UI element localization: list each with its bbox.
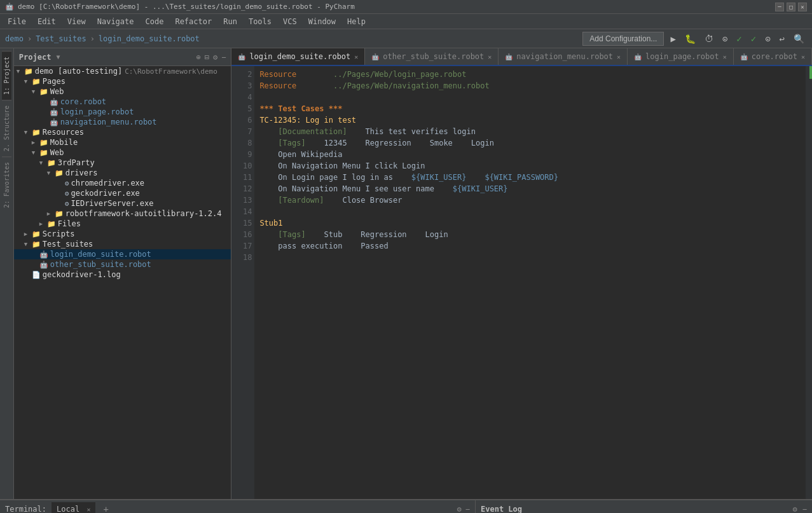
tree-iedriver[interactable]: ▶ ⚙ IEDriverServer.exe (14, 198, 231, 209)
event-log-panel: Event Log ⚙ − ☑ 2/9/2021 11:01 PM PyChar… (475, 500, 812, 513)
coverage-button[interactable]: ⊙ (720, 32, 730, 45)
resources-folder-icon: 📁 (32, 128, 41, 137)
terminal-tab-close[interactable]: ✕ (86, 506, 90, 513)
tab-close-1[interactable]: ✕ (354, 53, 358, 60)
breadcrumb-test-suites[interactable]: Test_suites (36, 34, 86, 43)
iedriver-icon: ⚙ (65, 200, 69, 208)
scripts-folder-icon: 📁 (32, 230, 41, 238)
menu-edit[interactable]: Edit (32, 15, 61, 28)
menu-tools[interactable]: Tools (244, 15, 277, 28)
login-demo-suite-icon: 🤖 (39, 250, 48, 259)
git-checkmark-icon[interactable]: ✓ (734, 32, 744, 45)
menu-code[interactable]: Code (141, 15, 169, 28)
window-title: demo [C:\RobotFramework\demo] - ...\Test… (18, 3, 355, 11)
event-log-settings-icon[interactable]: ⚙ (793, 505, 797, 514)
tree-nav-menu-robot[interactable]: ▶ 🤖 navigation_menu.robot (14, 117, 231, 127)
terminal-settings-icon[interactable]: ⚙ (457, 505, 462, 514)
menu-view[interactable]: View (62, 15, 91, 28)
menu-navigate[interactable]: Navigate (92, 15, 139, 28)
menu-window[interactable]: Window (303, 15, 341, 28)
tree-geckodriver[interactable]: ▶ ⚙ geckodriver.exe (14, 188, 231, 198)
add-configuration-button[interactable]: Add Configuration... (582, 32, 664, 46)
tree-autoitlibrary[interactable]: ▶ 📁 robotframework-autoitlibrary-1.2.4 (14, 209, 231, 219)
3rdparty-folder-icon: 📁 (47, 159, 56, 167)
close-button[interactable]: ✕ (798, 3, 807, 11)
tree-files[interactable]: ▶ 📁 Files (14, 219, 231, 229)
breadcrumb-file[interactable]: login_demo_suite.robot (99, 34, 200, 43)
editor-area: 🤖 login_demo_suite.robot ✕ 🤖 other_stub_… (231, 48, 812, 499)
terminal-panel: Terminal: Local ✕ + ⚙ − ================… (0, 500, 475, 513)
tree-resources[interactable]: ▼ 📁 Resources (14, 127, 231, 137)
terminal-minimize-icon[interactable]: − (465, 505, 470, 514)
git-checkmark2-icon[interactable]: ✓ (748, 32, 759, 45)
tab-close-4[interactable]: ✕ (723, 53, 727, 60)
event-log-minimize-icon[interactable]: − (802, 505, 807, 514)
tree-chromedriver[interactable]: ▶ ⚙ chromedriver.exe (14, 178, 231, 188)
menu-run[interactable]: Run (218, 15, 242, 28)
sidebar-collapse-icon[interactable]: − (221, 53, 226, 62)
search-button[interactable]: 🔍 (791, 32, 807, 45)
nav-menu-robot-icon: 🤖 (50, 118, 58, 127)
sidebar-layout-icon[interactable]: ⊟ (205, 53, 209, 62)
tree-login-page-robot[interactable]: ▶ 🤖 login_page.robot (14, 107, 231, 117)
tree-resources-web[interactable]: ▼ 📁 Web (14, 147, 231, 158)
tree-drivers[interactable]: ▼ 📁 drivers (14, 168, 231, 178)
undo-button[interactable]: ↩ (777, 32, 787, 45)
tree-other-stub-suite[interactable]: ▶ 🤖 other_stub_suite.robot (14, 259, 231, 270)
breadcrumb-demo[interactable]: demo (5, 34, 24, 43)
tree-test-suites[interactable]: ▼ 📁 Test_suites (14, 239, 231, 249)
sidebar-add-icon[interactable]: ⊕ (196, 53, 200, 62)
menu-vcs[interactable]: VCS (278, 15, 302, 28)
bottom-panel: Terminal: Local ✕ + ⚙ − ================… (0, 499, 812, 513)
right-gutter (806, 66, 812, 499)
git-history-icon[interactable]: ⊙ (762, 32, 773, 45)
structure-tab[interactable]: 2. Structure (2, 100, 11, 156)
geckodriver-log-icon: 📄 (32, 271, 41, 279)
run-button[interactable]: ▶ (668, 32, 678, 45)
sidebar-dropdown-icon[interactable]: ▼ (56, 53, 60, 60)
other-stub-suite-icon: 🤖 (39, 261, 48, 269)
tab-login-page[interactable]: 🤖 login_page.robot ✕ (628, 48, 734, 65)
right-gutter-indicator (809, 66, 812, 79)
tree-root[interactable]: ▼ 📁 demo [auto-testing] C:\RobotFramewor… (14, 66, 231, 76)
tree-scripts[interactable]: ▶ 📁 Scripts (14, 229, 231, 239)
tree-core-robot[interactable]: ▶ 🤖 core.robot (14, 97, 231, 107)
menu-file[interactable]: File (3, 15, 31, 28)
tree-mobile[interactable]: ▶ 📁 Mobile (14, 137, 231, 147)
tab-navigation-menu[interactable]: 🤖 navigation_menu.robot ✕ (499, 48, 628, 65)
tab-login-demo-suite[interactable]: 🤖 login_demo_suite.robot ✕ (231, 48, 365, 65)
sidebar-settings-icon[interactable]: ⚙ (213, 53, 217, 62)
menu-help[interactable]: Help (342, 15, 371, 28)
code-content[interactable]: Resource ../Pages/Web/login_page.robot R… (254, 66, 806, 499)
favorites-tab[interactable]: 2: Favorites (2, 156, 11, 213)
files-folder-icon: 📁 (47, 220, 56, 228)
code-editor[interactable]: 2 3 4 5 6 7 8 9 10 11 12 13 14 15 16 17 … (231, 66, 812, 499)
maximize-button[interactable]: □ (787, 3, 795, 11)
tree-geckodriver-log[interactable]: ▶ 📄 geckodriver-1.log (14, 270, 231, 280)
tab-other-stub-suite[interactable]: 🤖 other_stub_suite.robot ✕ (365, 48, 499, 65)
tab-close-3[interactable]: ✕ (617, 53, 621, 60)
profile-button[interactable]: ⏱ (702, 32, 716, 45)
titlebar-left: 🤖 demo [C:\RobotFramework\demo] - ...\Te… (5, 3, 355, 11)
app-icon: 🤖 (5, 3, 14, 11)
titlebar-right: ─ □ ✕ (775, 3, 807, 11)
tab-icon-5: 🤖 (740, 53, 748, 60)
tab-close-2[interactable]: ✕ (488, 53, 492, 60)
tree-pages[interactable]: ▼ 📁 Pages (14, 76, 231, 86)
tab-close-5[interactable]: ✕ (801, 53, 805, 60)
tree-login-demo-suite[interactable]: ▶ 🤖 login_demo_suite.robot (14, 249, 231, 259)
menu-refactor[interactable]: Refactor (170, 15, 217, 28)
project-tab[interactable]: 1: Project (2, 51, 11, 100)
terminal-title: Terminal: (5, 505, 46, 514)
core-robot-icon: 🤖 (50, 98, 58, 106)
minimize-button[interactable]: ─ (775, 3, 784, 11)
terminal-local-tab[interactable]: Local ✕ (52, 502, 95, 514)
tree-3rdparty[interactable]: ▼ 📁 3rdParty (14, 158, 231, 168)
terminal-add-button[interactable]: + (100, 504, 111, 514)
pages-web-folder-icon: 📁 (39, 88, 48, 96)
tree-pages-web[interactable]: ▼ 📁 Web (14, 86, 231, 97)
tab-core[interactable]: 🤖 core.robot ✕ (734, 48, 812, 65)
terminal-icons: ⚙ − (457, 505, 470, 514)
sidebar-icons: ⊕ ⊟ ⚙ − (196, 53, 226, 62)
debug-button[interactable]: 🐛 (682, 32, 698, 45)
